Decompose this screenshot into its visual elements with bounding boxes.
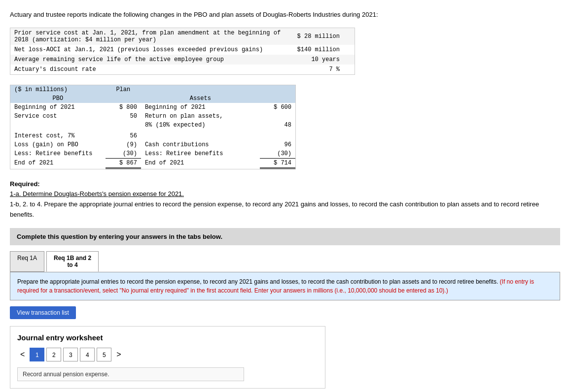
req-line1: 1-a. Determine Douglas-Roberts's pension… [10, 190, 184, 197]
pbo-plan-table: ($ in millions) Plan PBO Assets Beginnin… [10, 85, 295, 169]
table-row: 8% (10% expected) 48 [10, 121, 295, 130]
view-transaction-button[interactable]: View transaction list [10, 306, 76, 319]
info-row: Prior service cost at Jan. 1, 2021, from… [10, 28, 355, 45]
info-row: Actuary's discount rate 7 % [10, 65, 355, 75]
journal-next-button[interactable]: > [113, 349, 124, 360]
journal-prev-button[interactable]: < [17, 349, 28, 360]
tabs-row: Req 1A Req 1B and 2to 4 [10, 251, 560, 272]
req-line2: 1-b, 2. to 4. Prepare the appropriate jo… [10, 200, 539, 218]
intro-text: Actuary and trustee reports indicate the… [10, 10, 560, 20]
tab-content-box: Prepare the appropriate journal entries … [10, 272, 560, 300]
journal-page-btn-1[interactable]: 1 [30, 348, 44, 361]
col-header-plan [141, 85, 260, 94]
pbo-plan-table-section: ($ in millions) Plan PBO Assets Beginnin… [10, 85, 296, 169]
journal-page-btn-4[interactable]: 4 [80, 348, 95, 361]
col-header-millions: ($ in millions) [10, 85, 106, 94]
required-section: Required: 1-a. Determine Douglas-Roberts… [10, 179, 560, 220]
col-subheader-assets: Assets [141, 94, 260, 103]
complete-question-box: Complete this question by entering your … [10, 228, 560, 245]
journal-page-btn-5[interactable]: 5 [97, 348, 111, 361]
info-table: Prior service cost at Jan. 1, 2021, from… [10, 28, 355, 75]
col-header-pbo: Plan [106, 85, 141, 94]
complete-text: Complete this question by entering your … [17, 233, 222, 240]
tab-main-text: Prepare the appropriate journal entries … [17, 278, 498, 285]
journal-page-btn-2[interactable]: 2 [46, 348, 61, 361]
table-row: Interest cost, 7% 56 [10, 131, 295, 140]
table-row: End of 2021 $ 867 End of 2021 $ 714 [10, 158, 295, 168]
col-subheader-pbo: PBO [10, 94, 106, 103]
journal-nav: < 12345 > [17, 348, 318, 361]
journal-record-label: Record annual pension expense. [17, 367, 244, 381]
journal-title: Journal entry worksheet [17, 333, 318, 342]
table-row: Service cost 50 Return on plan assets, [10, 112, 295, 121]
table-row: Beginning of 2021 $ 800 Beginning of 202… [10, 103, 295, 112]
table-row: Loss (gain) on PBO (9) Cash contribution… [10, 140, 295, 149]
required-title: Required: [10, 180, 40, 188]
journal-section: Journal entry worksheet < 12345 > Record… [10, 326, 325, 389]
col-header-assets [260, 85, 295, 94]
info-row: Net loss-AOCI at Jan.1, 2021 (previous l… [10, 45, 355, 55]
tab-req1b[interactable]: Req 1B and 2to 4 [46, 251, 99, 272]
info-row: Average remaining service life of the ac… [10, 55, 355, 65]
journal-page-btn-3[interactable]: 3 [63, 348, 78, 361]
table-row: Less: Retiree benefits (30) Less: Retire… [10, 149, 295, 159]
tab-req1a[interactable]: Req 1A [10, 251, 44, 272]
